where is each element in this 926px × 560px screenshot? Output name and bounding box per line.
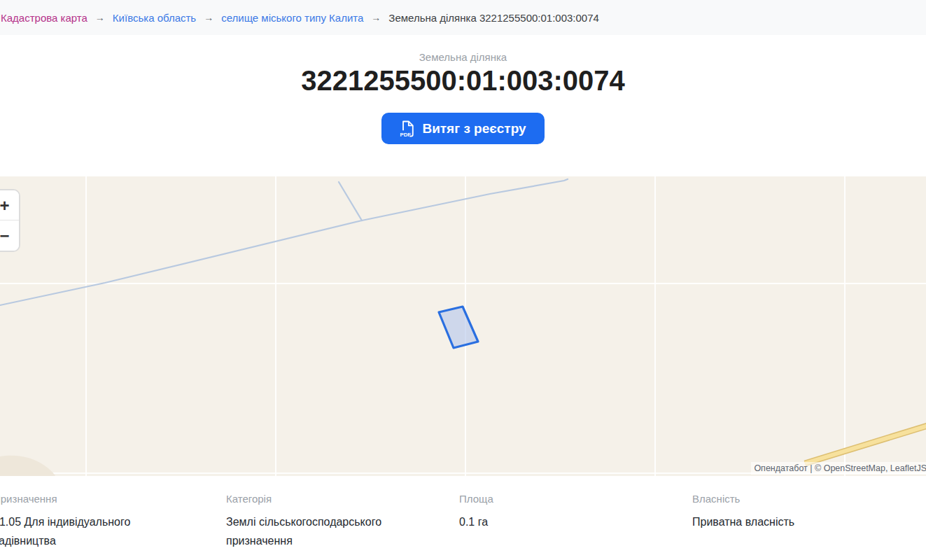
field-purpose-value: 01.05 Для індивідуального садівництва — [0, 512, 176, 550]
field-category-label: Категорія — [226, 493, 459, 505]
breadcrumb-link-region[interactable]: Київська область — [113, 12, 196, 24]
field-ownership-value: Приватна власність — [692, 512, 876, 531]
field-area-label: Площа — [459, 493, 692, 505]
breadcrumb-arrow-icon: → — [371, 12, 381, 23]
parcel-polygon[interactable] — [439, 307, 478, 348]
field-ownership: Власність Приватна власність — [692, 493, 925, 550]
parcel-subtitle: Земельна ділянка — [0, 51, 926, 63]
road-line — [805, 424, 926, 463]
breadcrumb-current-parcel: Земельна ділянка 3221255500:01:003:0074 — [388, 12, 599, 24]
field-category: Категорія Землі сільськогосподарського п… — [226, 493, 459, 550]
zoom-in-button[interactable]: + — [0, 190, 19, 220]
breadcrumb-link-cadastral-map[interactable]: Кадастрова карта — [1, 12, 87, 24]
breadcrumb-arrow-icon: → — [95, 12, 105, 23]
leaflet-map[interactable]: + − Опендатабот | © OpenStreetMap, Leafl… — [0, 176, 926, 476]
breadcrumb-link-settlement[interactable]: селище міського типу Калита — [221, 12, 363, 24]
field-ownership-label: Власність — [692, 493, 925, 505]
parcel-number-title: 3221255500:01:003:0074 — [0, 64, 926, 97]
field-area: Площа 0.1 га — [459, 493, 692, 550]
breadcrumb-arrow-icon: → — [204, 12, 213, 23]
stream-line — [0, 179, 568, 305]
map-zoom-control: + − — [0, 189, 20, 252]
field-purpose-label: Призначення — [0, 493, 226, 505]
page-header: Земельна ділянка 3221255500:01:003:0074 … — [0, 35, 926, 176]
field-purpose: Призначення 01.05 Для індивідуального са… — [0, 493, 226, 550]
landuse-patch — [0, 456, 55, 476]
parcel-details: Призначення 01.05 Для індивідуального са… — [0, 476, 926, 550]
pdf-file-icon: PDF — [400, 120, 415, 138]
breadcrumb: Кадастрова карта → Київська область → се… — [0, 0, 926, 35]
map-layers — [0, 176, 926, 476]
svg-text:PDF: PDF — [400, 131, 412, 137]
map-attribution[interactable]: Опендатабот | © OpenStreetMap, LeafletJS — [751, 462, 926, 475]
registry-extract-button[interactable]: PDF Витяг з реєстру — [381, 113, 544, 144]
field-category-value: Землі сільськогосподарського призначення — [226, 512, 409, 550]
field-area-value: 0.1 га — [459, 512, 643, 531]
registry-extract-button-label: Витяг з реєстру — [422, 121, 526, 136]
zoom-out-button[interactable]: − — [0, 220, 19, 251]
